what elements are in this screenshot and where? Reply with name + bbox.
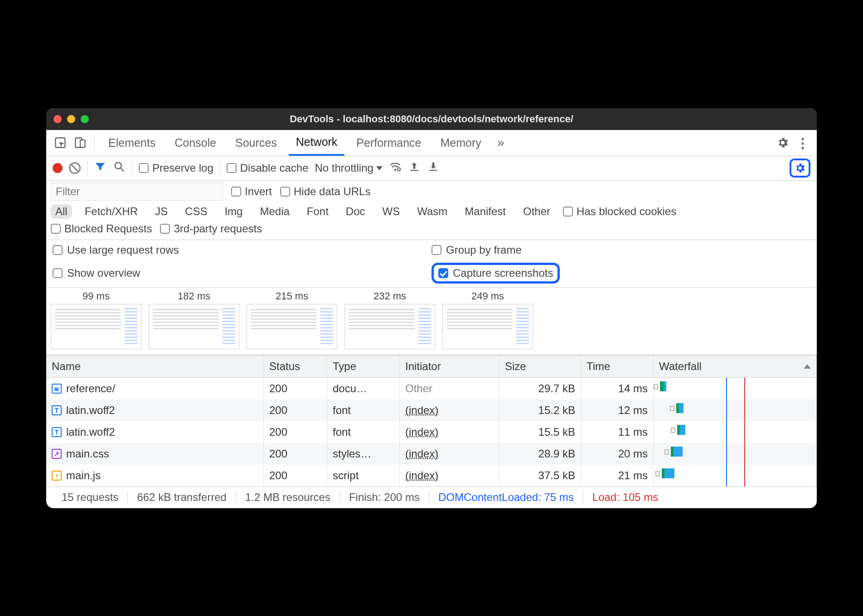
filmstrip-frame[interactable]: 215 ms bbox=[247, 290, 337, 349]
kebab-menu-icon[interactable]: ⋮ bbox=[795, 135, 810, 150]
cell-size: 15.2 kB bbox=[499, 399, 581, 421]
col-size[interactable]: Size bbox=[499, 356, 581, 377]
table-row[interactable]: ↗main.css 200 styles… (index) 28.9 kB 20… bbox=[46, 443, 817, 465]
upload-har-icon[interactable] bbox=[408, 160, 421, 176]
type-chip-media[interactable]: Media bbox=[255, 204, 294, 219]
tab-sources[interactable]: Sources bbox=[228, 130, 284, 156]
download-har-icon[interactable] bbox=[427, 160, 440, 176]
frame-thumb bbox=[344, 304, 435, 349]
disable-cache-checkbox[interactable]: Disable cache bbox=[227, 162, 309, 174]
network-settings-gear-highlighted[interactable] bbox=[790, 159, 810, 178]
type-chip-doc[interactable]: Doc bbox=[341, 204, 370, 219]
capture-screenshots-checkbox[interactable]: Capture screenshots bbox=[438, 267, 553, 279]
filmstrip-frame[interactable]: 99 ms bbox=[51, 290, 141, 349]
record-button[interactable] bbox=[53, 163, 63, 173]
network-conditions-icon[interactable] bbox=[389, 160, 402, 176]
large-rows-checkbox[interactable]: Use large request rows bbox=[53, 244, 432, 256]
type-chip-all[interactable]: All bbox=[51, 204, 72, 219]
svg-point-6 bbox=[398, 168, 401, 171]
frame-time: 232 ms bbox=[373, 290, 406, 302]
status-requests: 15 requests bbox=[53, 491, 128, 504]
cell-initiator[interactable]: (index) bbox=[400, 421, 499, 443]
status-transferred: 662 kB transferred bbox=[128, 491, 236, 504]
tab-console[interactable]: Console bbox=[167, 130, 223, 156]
blocked-requests-checkbox[interactable]: Blocked Requests bbox=[51, 222, 152, 235]
type-chip-other[interactable]: Other bbox=[519, 204, 555, 219]
titlebar: DevTools - localhost:8080/docs/devtools/… bbox=[46, 108, 817, 130]
preserve-log-checkbox[interactable]: Preserve log bbox=[139, 162, 213, 174]
svg-rect-7 bbox=[411, 170, 418, 171]
status-bar: 15 requests 662 kB transferred 1.2 MB re… bbox=[46, 486, 817, 508]
tab-network[interactable]: Network bbox=[289, 130, 345, 156]
third-party-checkbox[interactable]: 3rd-party requests bbox=[160, 222, 262, 235]
col-time[interactable]: Time bbox=[581, 356, 654, 377]
search-icon[interactable] bbox=[113, 160, 126, 176]
cell-initiator[interactable]: Other bbox=[400, 378, 499, 399]
col-initiator[interactable]: Initiator bbox=[400, 356, 499, 377]
requests-table: Name Status Type Initiator Size Time Wat… bbox=[46, 355, 817, 486]
cell-initiator[interactable]: (index) bbox=[400, 399, 499, 421]
filter-toggle-icon[interactable] bbox=[94, 160, 107, 176]
type-chip-wasm[interactable]: Wasm bbox=[412, 204, 452, 219]
frame-time: 99 ms bbox=[82, 290, 110, 302]
table-row[interactable]: Tlatin.woff2 200 font (index) 15.5 kB 11… bbox=[46, 421, 817, 443]
table-row[interactable]: •main.js 200 script (index) 37.5 kB 21 m… bbox=[46, 465, 817, 486]
capture-screenshots-highlight: Capture screenshots bbox=[432, 263, 560, 284]
col-status[interactable]: Status bbox=[264, 356, 327, 377]
cell-initiator[interactable]: (index) bbox=[400, 465, 499, 486]
hide-data-urls-checkbox[interactable]: Hide data URLs bbox=[280, 185, 370, 198]
type-chip-font[interactable]: Font bbox=[302, 204, 333, 219]
filmstrip-frame[interactable]: 232 ms bbox=[344, 290, 435, 349]
col-type[interactable]: Type bbox=[327, 356, 400, 377]
frame-thumb bbox=[51, 304, 141, 349]
cell-time: 20 ms bbox=[581, 443, 654, 465]
cell-status: 200 bbox=[264, 399, 327, 421]
file-name: latin.woff2 bbox=[66, 404, 115, 417]
throttling-select[interactable]: No throttling bbox=[315, 162, 382, 174]
sort-caret-icon bbox=[804, 364, 811, 369]
cell-time: 21 ms bbox=[581, 465, 654, 486]
tab-elements[interactable]: Elements bbox=[101, 130, 163, 156]
tab-memory[interactable]: Memory bbox=[433, 130, 488, 156]
cell-waterfall bbox=[654, 399, 817, 421]
file-name: main.css bbox=[66, 448, 109, 460]
inspect-icon[interactable] bbox=[53, 135, 68, 150]
cell-type: font bbox=[327, 421, 400, 443]
device-toggle-icon[interactable] bbox=[73, 135, 88, 150]
preserve-log-label: Preserve log bbox=[152, 162, 213, 174]
filmstrip: 99 ms 182 ms 215 ms 232 ms 249 ms bbox=[46, 288, 817, 355]
svg-rect-2 bbox=[80, 140, 85, 147]
cell-waterfall bbox=[654, 443, 817, 465]
window-title: DevTools - localhost:8080/docs/devtools/… bbox=[46, 113, 817, 125]
frame-time: 215 ms bbox=[276, 290, 308, 302]
more-tabs-icon[interactable]: » bbox=[493, 135, 509, 150]
col-name[interactable]: Name bbox=[46, 356, 264, 377]
type-chip-fetch[interactable]: Fetch/XHR bbox=[80, 204, 142, 219]
table-row[interactable]: Tlatin.woff2 200 font (index) 15.2 kB 12… bbox=[46, 399, 817, 421]
has-blocked-cookies-checkbox[interactable]: Has blocked cookies bbox=[563, 205, 676, 218]
filter-input[interactable]: Filter bbox=[51, 183, 223, 201]
type-chip-js[interactable]: JS bbox=[150, 204, 172, 219]
group-by-frame-checkbox[interactable]: Group by frame bbox=[432, 244, 810, 256]
svg-point-3 bbox=[115, 163, 121, 169]
col-waterfall[interactable]: Waterfall bbox=[654, 356, 817, 377]
settings-gear-icon[interactable] bbox=[775, 135, 790, 150]
devtools-window: DevTools - localhost:8080/docs/devtools/… bbox=[46, 108, 817, 508]
cell-initiator[interactable]: (index) bbox=[400, 443, 499, 465]
tab-performance[interactable]: Performance bbox=[349, 130, 428, 156]
cell-size: 15.5 kB bbox=[499, 421, 581, 443]
type-chip-manifest[interactable]: Manifest bbox=[460, 204, 510, 219]
status-dcl: DOMContentLoaded: 75 ms bbox=[429, 491, 583, 504]
caret-down-icon bbox=[376, 166, 383, 170]
table-row[interactable]: ≣reference/ 200 docu… Other 29.7 kB 14 m… bbox=[46, 378, 817, 399]
type-chip-css[interactable]: CSS bbox=[180, 204, 212, 219]
type-chip-ws[interactable]: WS bbox=[378, 204, 405, 219]
filmstrip-frame[interactable]: 249 ms bbox=[442, 290, 533, 349]
filmstrip-frame[interactable]: 182 ms bbox=[149, 290, 239, 349]
invert-checkbox[interactable]: Invert bbox=[231, 185, 272, 198]
cell-waterfall bbox=[654, 421, 817, 443]
clear-button[interactable] bbox=[69, 162, 81, 174]
cell-type: font bbox=[327, 399, 400, 421]
type-chip-img[interactable]: Img bbox=[220, 204, 247, 219]
show-overview-checkbox[interactable]: Show overview bbox=[53, 263, 432, 284]
